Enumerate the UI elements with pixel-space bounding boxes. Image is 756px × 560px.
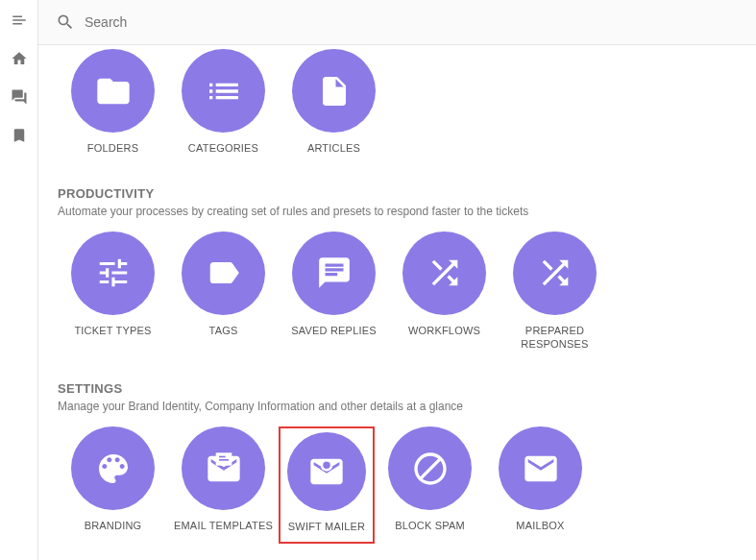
email-template-icon xyxy=(205,450,243,488)
section-title-settings: SETTINGS xyxy=(58,381,737,396)
left-rail xyxy=(0,0,38,560)
tag-icon xyxy=(206,255,242,291)
block-icon xyxy=(411,450,450,488)
tile-label: FOLDERS xyxy=(87,142,138,156)
tile-label: BRANDING xyxy=(85,520,142,533)
folder-icon xyxy=(94,72,133,110)
mail-icon xyxy=(522,450,560,488)
tile-label: TICKET TYPES xyxy=(74,325,151,338)
tile-label: BLOCK SPAM xyxy=(395,520,465,533)
section-title-productivity: PRODUCTIVITY xyxy=(58,186,737,201)
main-content: FOLDERS CATEGORIES ARTICLES PRODUCTIVITY… xyxy=(38,45,756,560)
svg-rect-1 xyxy=(219,455,226,457)
tile-label: EMAIL TEMPLATES xyxy=(174,520,273,533)
search-bar xyxy=(38,0,756,45)
tile-email-templates[interactable]: EMAIL TEMPLATES xyxy=(168,426,279,544)
palette-icon xyxy=(94,450,133,488)
tile-label: SWIFT MAILER xyxy=(288,521,365,534)
section-sub-settings: Manage your Brand Identity, Company Info… xyxy=(58,400,737,413)
tile-workflows[interactable]: WORKFLOWS xyxy=(389,231,500,352)
tile-ticket-types[interactable]: TICKET TYPES xyxy=(58,231,168,352)
forum-icon[interactable] xyxy=(11,88,28,106)
tile-label: CATEGORIES xyxy=(188,142,258,156)
top-tile-row: FOLDERS CATEGORIES ARTICLES xyxy=(58,49,737,173)
svg-rect-2 xyxy=(219,459,229,461)
sliders-icon xyxy=(95,255,132,291)
settings-tile-row: BRANDING EMAIL TEMPLATES SWIFT MAILER BL… xyxy=(58,426,737,560)
tile-articles[interactable]: ARTICLES xyxy=(279,49,389,156)
list-icon xyxy=(205,72,243,110)
mail-gear-icon xyxy=(307,452,346,491)
tile-branding[interactable]: BRANDING xyxy=(58,426,168,544)
chat-icon xyxy=(316,255,353,291)
section-sub-productivity: Automate your processes by creating set … xyxy=(58,205,737,218)
file-icon xyxy=(317,74,352,109)
tile-label: MAILBOX xyxy=(516,520,564,533)
tile-block-spam[interactable]: BLOCK SPAM xyxy=(375,426,485,544)
tile-label: TAGS xyxy=(209,325,238,338)
home-icon[interactable] xyxy=(11,50,28,67)
tile-prepared-responses[interactable]: PREPARED RESPONSES xyxy=(500,231,610,352)
shuffle-icon xyxy=(536,254,574,292)
tile-tags[interactable]: TAGS xyxy=(168,231,279,352)
tile-mailbox[interactable]: MAILBOX xyxy=(485,426,596,544)
shuffle-icon xyxy=(426,254,464,292)
tile-label: SAVED REPLIES xyxy=(291,325,377,338)
search-input[interactable] xyxy=(85,14,373,30)
search-icon xyxy=(56,12,75,32)
productivity-tile-row: TICKET TYPES TAGS SAVED REPLIES WORKFLOW… xyxy=(58,231,737,369)
bookmark-icon[interactable] xyxy=(11,127,28,144)
tile-label: PREPARED RESPONSES xyxy=(500,325,610,352)
tile-swift-mailer[interactable]: SWIFT MAILER xyxy=(279,426,375,544)
tile-label: WORKFLOWS xyxy=(408,325,480,338)
tile-folders[interactable]: FOLDERS xyxy=(58,49,168,156)
menu-icon[interactable] xyxy=(11,12,28,29)
tile-saved-replies[interactable]: SAVED REPLIES xyxy=(279,231,389,352)
tile-categories[interactable]: CATEGORIES xyxy=(168,49,279,156)
tile-label: ARTICLES xyxy=(307,142,360,156)
